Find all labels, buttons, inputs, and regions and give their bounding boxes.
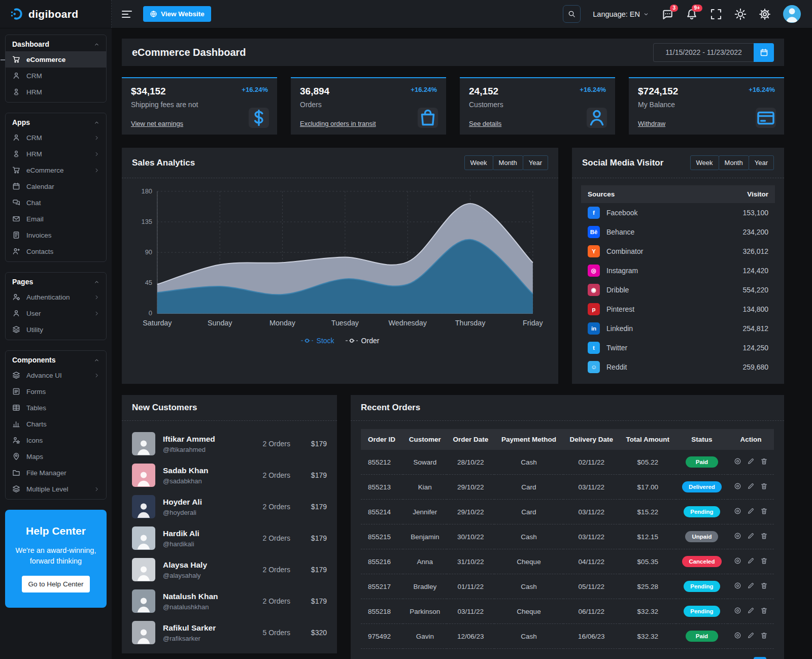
- sidebar-item-chat[interactable]: Chat: [6, 194, 106, 211]
- edit-order-button[interactable]: [747, 532, 755, 540]
- stat-link[interactable]: See details: [469, 120, 501, 127]
- chevron-right-icon: [94, 486, 99, 492]
- stat-link[interactable]: View net earnings: [131, 120, 183, 127]
- view-order-button[interactable]: [734, 457, 741, 465]
- settings-button[interactable]: [759, 8, 771, 20]
- customer-row[interactable]: Rafikul Sarker @rafiksarker 5 Orders $32…: [132, 617, 327, 648]
- sidebar-section: Apps CRM HRM eCommerce Calendar Chat Ema…: [5, 113, 107, 262]
- sidebar-item-utility[interactable]: Utility: [6, 321, 106, 338]
- customer-row[interactable]: Iftikar Ammed @iftikarahmed 2 Orders $17…: [132, 428, 327, 459]
- social-row[interactable]: f Facebook 153,100: [581, 203, 775, 222]
- sidebar-item-advance-ui[interactable]: Advance UI: [6, 367, 106, 383]
- brand[interactable]: digiboard: [0, 0, 112, 28]
- view-order-button[interactable]: [734, 557, 741, 565]
- tab-week[interactable]: Week: [690, 155, 719, 170]
- tab-month[interactable]: Month: [719, 155, 749, 170]
- edit-order-button[interactable]: [747, 507, 755, 515]
- social-row[interactable]: in Linkedin 254,812: [581, 319, 775, 338]
- fullscreen-button[interactable]: [710, 8, 722, 20]
- tab-year[interactable]: Year: [749, 155, 774, 170]
- social-row[interactable]: ☺ Reddit 259,680: [581, 357, 775, 377]
- sidebar-item-maps[interactable]: Maps: [6, 448, 106, 465]
- sidebar-item-crm[interactable]: CRM: [6, 129, 106, 146]
- view-order-button[interactable]: [734, 507, 741, 515]
- language-selector[interactable]: Language: EN: [593, 10, 649, 18]
- customer-row[interactable]: Natalush Khan @natalushkhan 2 Orders $17…: [132, 585, 327, 617]
- edit-order-button[interactable]: [747, 582, 755, 589]
- edit-order-button[interactable]: [747, 557, 755, 565]
- customer-row[interactable]: Alaysa Haly @alaysahaly 2 Orders $179: [132, 554, 327, 585]
- view-order-button[interactable]: [734, 632, 741, 639]
- sidebar-section-header[interactable]: Components: [6, 351, 106, 367]
- sidebar-item-tables[interactable]: Tables: [6, 400, 106, 416]
- sidebar-item-crm[interactable]: CRM: [6, 68, 106, 84]
- sidebar-section-header[interactable]: Dashboard: [6, 35, 106, 51]
- view-order-button[interactable]: [734, 532, 741, 540]
- social-row[interactable]: p Pinterest 134,800: [581, 300, 775, 319]
- edit-order-button[interactable]: [747, 607, 755, 614]
- sidebar-section-header[interactable]: Apps: [6, 113, 106, 129]
- invoice-icon: [12, 231, 20, 239]
- sidebar-item-user[interactable]: User: [6, 305, 106, 321]
- stat-link[interactable]: Withdraw: [638, 120, 665, 127]
- social-row[interactable]: Bē Behance 234,200: [581, 222, 775, 242]
- sidebar-item-hrm[interactable]: HRM: [6, 84, 106, 100]
- sidebar-item-authentication[interactable]: Authentication: [6, 289, 106, 305]
- sidebar-item-calendar[interactable]: Calendar: [6, 178, 106, 194]
- tab-month[interactable]: Month: [493, 155, 523, 170]
- social-row[interactable]: Y Combinator 326,012: [581, 242, 775, 261]
- view-order-button[interactable]: [734, 607, 741, 614]
- view-website-button[interactable]: View Website: [143, 6, 211, 22]
- sidebar-item-icons[interactable]: Icons: [6, 432, 106, 448]
- sidebar-section-header[interactable]: Pages: [6, 273, 106, 289]
- view-order-button[interactable]: [734, 582, 741, 589]
- delete-order-button[interactable]: [760, 507, 768, 515]
- sidebar-item-charts[interactable]: Charts: [6, 416, 106, 432]
- order-row: 855215 Benjamin 30/10/22 Cash 03/11/22 $…: [361, 524, 774, 549]
- delete-order-button[interactable]: [760, 482, 768, 490]
- social-row[interactable]: ◉ Dribble 554,220: [581, 280, 775, 300]
- legend-order[interactable]: Order: [346, 337, 380, 345]
- legend-stock[interactable]: Stock: [301, 337, 334, 345]
- user-avatar[interactable]: [783, 5, 801, 23]
- social-row[interactable]: ◎ Instagram 124,420: [581, 261, 775, 280]
- delete-order-button[interactable]: [760, 632, 768, 639]
- tab-week[interactable]: Week: [464, 155, 493, 170]
- help-center-button[interactable]: Go to Help Center: [22, 576, 90, 592]
- edit-order-button[interactable]: [747, 482, 755, 490]
- social-name: Instagram: [606, 267, 638, 275]
- social-row[interactable]: t Twitter 124,250: [581, 338, 775, 357]
- sidebar-item-ecommerce[interactable]: eCommerce: [6, 51, 106, 68]
- calendar-button[interactable]: [754, 43, 774, 62]
- stat-link[interactable]: Excluding orders in transit: [300, 120, 376, 127]
- date-range-input[interactable]: [653, 43, 754, 62]
- sidebar-item-hrm[interactable]: HRM: [6, 146, 106, 162]
- notifications-button[interactable]: 9+: [686, 8, 698, 20]
- view-order-button[interactable]: [734, 482, 741, 490]
- delete-order-button[interactable]: [760, 457, 768, 465]
- delete-order-button[interactable]: [760, 557, 768, 565]
- sidebar-item-multiple-level[interactable]: Multiple Level: [6, 481, 106, 497]
- delete-order-button[interactable]: [760, 582, 768, 589]
- sidebar-item-contacts[interactable]: Contacts: [6, 243, 106, 259]
- stat-delta: +16.24%: [411, 86, 437, 93]
- sidebar-item-email[interactable]: Email: [6, 211, 106, 227]
- customer-row[interactable]: Sadab Khan @sadabkhan 2 Orders $179: [132, 459, 327, 491]
- edit-order-button[interactable]: [747, 457, 755, 465]
- theme-toggle-button[interactable]: [734, 8, 747, 20]
- search-button[interactable]: [563, 5, 581, 23]
- customer-row[interactable]: Hoyder Ali @hoyderali 2 Orders $179: [132, 491, 327, 522]
- sidebar-item-invoices[interactable]: Invoices: [6, 227, 106, 243]
- sidebar-item-ecommerce[interactable]: eCommerce: [6, 162, 106, 178]
- tab-year[interactable]: Year: [523, 155, 548, 170]
- sidebar-item-file-manager[interactable]: File Manager: [6, 465, 106, 481]
- page-number-button[interactable]: 1: [754, 657, 766, 659]
- edit-order-button[interactable]: [747, 632, 755, 639]
- order-id: 855212: [368, 458, 391, 466]
- sidebar-item-forms[interactable]: Forms: [6, 383, 106, 400]
- menu-toggle-icon[interactable]: [122, 11, 134, 18]
- customer-row[interactable]: Hardik Ali @hardikali 2 Orders $179: [132, 522, 327, 554]
- delete-order-button[interactable]: [760, 532, 768, 540]
- messages-button[interactable]: 3: [661, 8, 673, 20]
- delete-order-button[interactable]: [760, 607, 768, 614]
